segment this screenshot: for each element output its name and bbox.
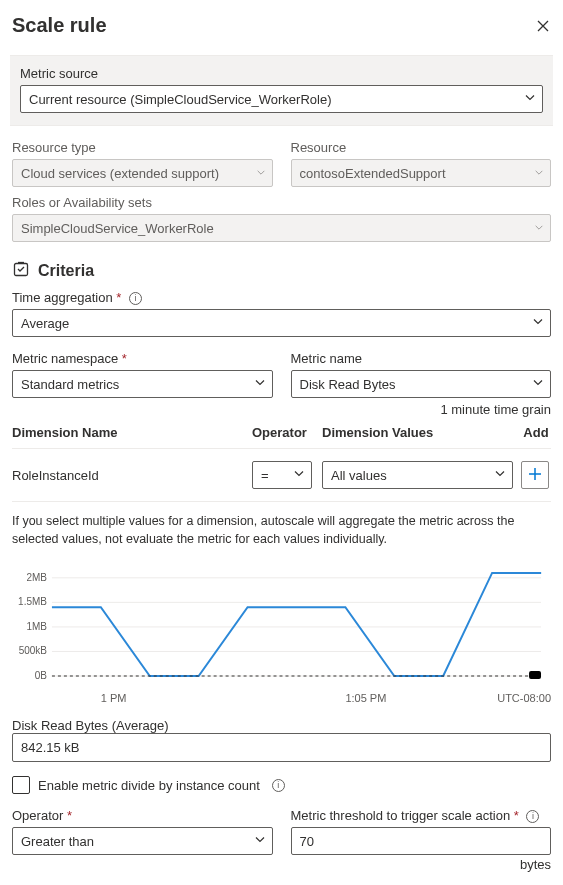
add-dimension-button[interactable]: [521, 461, 549, 489]
dimension-values-select[interactable]: All values: [322, 461, 513, 489]
dimension-values-value: All values: [331, 468, 387, 483]
criteria-heading: Criteria: [12, 260, 551, 282]
col-dimension-values: Dimension Values: [322, 425, 521, 440]
divide-by-instance-label: Enable metric divide by instance count: [38, 778, 260, 793]
dimension-operator-select[interactable]: =: [252, 461, 312, 489]
roles-select: SimpleCloudService_WorkerRole: [12, 214, 551, 242]
chevron-down-icon: [293, 468, 305, 483]
time-aggregation-select[interactable]: Average: [12, 309, 551, 337]
chart-x-tick: 1:05 PM: [345, 692, 386, 704]
chevron-down-icon: [494, 468, 506, 483]
chevron-down-icon: [532, 377, 544, 392]
resource-value: contosoExtendedSupport: [300, 166, 446, 181]
threshold-input[interactable]: 70: [291, 827, 552, 855]
metric-source-label: Metric source: [20, 66, 543, 81]
metric-readout-label: Disk Read Bytes (Average): [12, 718, 551, 733]
resource-select: contosoExtendedSupport: [291, 159, 552, 187]
dimension-table-header: Dimension Name Operator Dimension Values…: [12, 417, 551, 449]
metric-source-select[interactable]: Current resource (SimpleCloudService_Wor…: [20, 85, 543, 113]
svg-text:2MB: 2MB: [26, 572, 47, 583]
checklist-icon: [12, 260, 30, 282]
chevron-down-icon: [524, 92, 536, 107]
operator-value: Greater than: [21, 834, 94, 849]
chevron-down-icon: [534, 221, 544, 236]
time-aggregation-label: Time aggregation * i: [12, 290, 551, 305]
criteria-heading-text: Criteria: [38, 262, 94, 280]
metric-name-value: Disk Read Bytes: [300, 377, 396, 392]
threshold-value: 70: [300, 834, 314, 849]
roles-label: Roles or Availability sets: [12, 195, 551, 210]
metric-chart: 0B500kB1MB1.5MB2MB: [12, 562, 551, 692]
roles-value: SimpleCloudService_WorkerRole: [21, 221, 214, 236]
chevron-down-icon: [256, 166, 266, 181]
chevron-down-icon: [254, 834, 266, 849]
metric-readout-value: 842.15 kB: [12, 733, 551, 762]
threshold-unit: bytes: [291, 857, 552, 872]
metric-namespace-select[interactable]: Standard metrics: [12, 370, 273, 398]
metric-source-value: Current resource (SimpleCloudService_Wor…: [29, 92, 331, 107]
info-icon[interactable]: i: [526, 810, 539, 823]
svg-text:1.5MB: 1.5MB: [18, 597, 47, 608]
info-icon[interactable]: i: [129, 292, 142, 305]
resource-label: Resource: [291, 140, 552, 155]
plus-icon: [528, 467, 542, 484]
resource-type-label: Resource type: [12, 140, 273, 155]
operator-select[interactable]: Greater than: [12, 827, 273, 855]
svg-text:500kB: 500kB: [19, 646, 48, 657]
threshold-label: Metric threshold to trigger scale action…: [291, 808, 552, 823]
dimension-operator-value: =: [261, 468, 269, 483]
metric-name-label: Metric name: [291, 351, 552, 366]
chart-tz-label: UTC-08:00: [497, 692, 551, 704]
chart-x-tick: 1 PM: [101, 692, 127, 704]
operator-label: Operator *: [12, 808, 273, 823]
metric-name-select[interactable]: Disk Read Bytes: [291, 370, 552, 398]
svg-text:1MB: 1MB: [26, 621, 47, 632]
dimension-name-value: RoleInstanceId: [12, 468, 252, 483]
resource-type-select: Cloud services (extended support): [12, 159, 273, 187]
col-dimension-name: Dimension Name: [12, 425, 252, 440]
col-add: Add: [521, 425, 551, 440]
chevron-down-icon: [254, 377, 266, 392]
close-icon[interactable]: [535, 18, 551, 34]
chevron-down-icon: [534, 166, 544, 181]
svg-rect-12: [529, 671, 541, 679]
metric-namespace-label: Metric namespace *: [12, 351, 273, 366]
panel-title: Scale rule: [12, 14, 107, 37]
dimension-row: RoleInstanceId = All values: [12, 449, 551, 502]
chevron-down-icon: [532, 316, 544, 331]
col-operator: Operator: [252, 425, 322, 440]
divide-by-instance-checkbox[interactable]: [12, 776, 30, 794]
time-grain-text: 1 minute time grain: [12, 402, 551, 417]
metric-namespace-value: Standard metrics: [21, 377, 119, 392]
info-icon[interactable]: i: [272, 779, 285, 792]
time-aggregation-value: Average: [21, 316, 69, 331]
resource-type-value: Cloud services (extended support): [21, 166, 219, 181]
svg-text:0B: 0B: [35, 670, 48, 681]
dimension-hint-text: If you select multiple values for a dime…: [12, 512, 551, 548]
